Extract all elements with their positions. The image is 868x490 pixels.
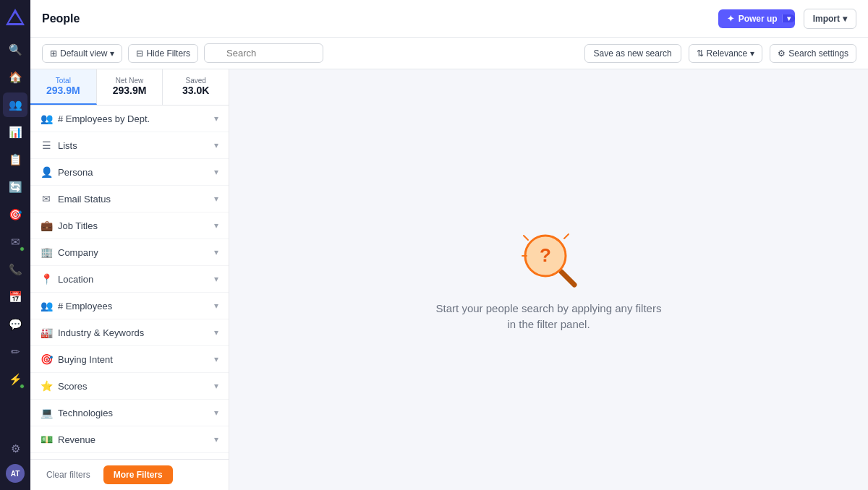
job-titles-icon: 💼 — [41, 220, 52, 231]
nav-people[interactable]: 👥 — [3, 93, 27, 117]
filter-industry-keywords-label: Industry & Keywords — [58, 327, 144, 338]
nav-settings[interactable]: ⚙ — [3, 437, 27, 461]
revenue-icon: 💵 — [41, 434, 52, 445]
nav-calendar[interactable]: 📅 — [3, 285, 27, 309]
hide-filters-button[interactable]: ⊟ Hide Filters — [128, 44, 198, 63]
nav-lists[interactable]: 📋 — [3, 147, 27, 172]
toolbar-right: Save as new search ⇅ Relevance ▾ ⚙ Searc… — [584, 44, 856, 63]
job-titles-chevron-icon: ▾ — [214, 220, 218, 231]
filter-location[interactable]: 📍 Location ▾ — [30, 266, 229, 293]
filter-revenue-label: Revenue — [58, 434, 95, 445]
revenue-chevron-icon: ▾ — [214, 434, 218, 444]
filter-lists[interactable]: ☰ Lists ▾ — [30, 132, 229, 159]
filter-scores-label: Scores — [58, 381, 87, 392]
stat-saved-label: Saved — [171, 77, 220, 85]
default-view-button[interactable]: ⊞ Default view ▾ — [42, 44, 122, 63]
settings-icon: ⚙ — [778, 48, 786, 59]
nav-home[interactable]: 🏠 — [3, 65, 27, 90]
stat-net-new[interactable]: Net New 293.9M — [97, 69, 163, 105]
lists-chevron-icon: ▾ — [214, 140, 218, 150]
filter-job-titles[interactable]: 💼 Job Titles ▾ — [30, 212, 229, 239]
stat-total-label: Total — [39, 77, 88, 85]
user-avatar[interactable]: AT — [6, 464, 25, 483]
search-settings-label: Search settings — [788, 48, 848, 59]
nav-targeting[interactable]: 🎯 — [3, 202, 27, 227]
filter-company[interactable]: 🏢 Company ▾ — [30, 239, 229, 266]
power-up-icon: ✦ — [727, 14, 734, 24]
clear-filters-button[interactable]: Clear filters — [39, 466, 98, 483]
page-title: People — [42, 12, 80, 25]
industry-icon: 🏭 — [41, 327, 52, 338]
filter-revenue[interactable]: 💵 Revenue ▾ — [30, 426, 229, 453]
employees-chevron-icon: ▾ — [214, 301, 218, 311]
nav-integrations[interactable]: 🔄 — [3, 175, 27, 199]
filter-employees-dept[interactable]: 👥 # Employees by Dept. ▾ — [30, 106, 229, 132]
toolbar: ⊞ Default view ▾ ⊟ Hide Filters 🔍 Save a… — [30, 38, 868, 69]
employees-dept-icon: 👥 — [41, 113, 52, 124]
relevance-button[interactable]: ⇅ Relevance ▾ — [689, 44, 763, 63]
sort-icon: ⇅ — [697, 48, 704, 59]
filter-job-titles-label: Job Titles — [58, 220, 98, 231]
nav-tasks[interactable]: ✏ — [3, 340, 27, 364]
import-label: Import — [813, 14, 840, 24]
nav-sequences[interactable]: ⚡ — [3, 367, 27, 392]
filter-buying-intent-label: Buying Intent — [58, 354, 113, 365]
filter-company-label: Company — [58, 247, 98, 258]
filter-scores[interactable]: ⭐ Scores ▾ — [30, 373, 229, 400]
svg-line-5 — [524, 236, 528, 240]
filter-employees-dept-label: # Employees by Dept. — [58, 113, 150, 124]
more-filters-button[interactable]: More Filters — [103, 465, 173, 484]
buying-intent-icon: 🎯 — [41, 353, 52, 365]
technologies-chevron-icon: ▾ — [214, 408, 218, 418]
empty-state: ? Start your people search by applying a… — [433, 227, 665, 333]
filter-employees[interactable]: 👥 # Employees ▾ — [30, 293, 229, 319]
nav-messages[interactable]: 💬 — [3, 312, 27, 337]
power-up-chevron-icon[interactable]: ▾ — [782, 14, 795, 22]
filter-persona[interactable]: 👤 Persona ▾ — [30, 159, 229, 186]
filter-technologies-label: Technologies — [58, 408, 113, 418]
relevance-chevron-icon: ▾ — [750, 48, 754, 59]
nav-search[interactable]: 🔍 — [3, 38, 27, 62]
save-search-button[interactable]: Save as new search — [584, 44, 681, 63]
empty-state-text: Start your people search by applying any… — [433, 301, 665, 333]
empty-state-illustration: ? — [516, 227, 582, 292]
power-up-button[interactable]: ✦ Power up ▾ — [718, 9, 795, 28]
email-status-chevron-icon: ▾ — [214, 194, 218, 204]
search-input[interactable] — [204, 43, 323, 63]
search-wrapper: 🔍 — [204, 43, 323, 63]
search-settings-button[interactable]: ⚙ Search settings — [770, 44, 856, 63]
location-chevron-icon: ▾ — [214, 274, 218, 284]
hide-filters-label: Hide Filters — [146, 48, 190, 59]
default-view-chevron-icon: ▾ — [110, 48, 114, 59]
scores-icon: ⭐ — [41, 380, 52, 392]
stat-net-new-label: Net New — [106, 77, 154, 85]
stats-bar: Total 293.9M Net New 293.9M Saved 33.0K — [30, 69, 229, 106]
filter-list: 👥 # Employees by Dept. ▾ ☰ Lists ▾ 👤 — [30, 106, 229, 459]
stat-total[interactable]: Total 293.9M — [30, 69, 97, 105]
clear-filters-label: Clear filters — [46, 470, 90, 480]
employees-icon: 👥 — [41, 300, 52, 311]
filter-panel: Total 293.9M Net New 293.9M Saved 33.0K … — [30, 69, 229, 490]
filter-industry-keywords[interactable]: 🏭 Industry & Keywords ▾ — [30, 319, 229, 346]
import-chevron-icon: ▾ — [843, 14, 847, 24]
import-button[interactable]: Import ▾ — [804, 9, 856, 29]
filter-location-label: Location — [58, 274, 93, 285]
toolbar-left: ⊞ Default view ▾ ⊟ Hide Filters 🔍 — [42, 43, 323, 63]
nav-email[interactable]: ✉ — [3, 230, 27, 254]
email-status-icon: ✉ — [41, 193, 52, 205]
filter-icon: ⊟ — [136, 48, 143, 59]
filter-email-status[interactable]: ✉ Email Status ▾ — [30, 186, 229, 212]
nav-analytics[interactable]: 📊 — [3, 120, 27, 145]
industry-chevron-icon: ▾ — [214, 327, 218, 338]
content-area: Total 293.9M Net New 293.9M Saved 33.0K … — [30, 69, 868, 490]
logo[interactable] — [4, 7, 26, 29]
technologies-icon: 💻 — [41, 407, 52, 418]
nav-calls[interactable]: 📞 — [3, 257, 27, 282]
filter-email-status-label: Email Status — [58, 194, 111, 205]
stat-saved[interactable]: Saved 33.0K — [163, 69, 229, 105]
save-search-label: Save as new search — [594, 48, 672, 59]
stat-net-new-value: 293.9M — [106, 85, 154, 96]
location-icon: 📍 — [41, 273, 52, 285]
filter-buying-intent[interactable]: 🎯 Buying Intent ▾ — [30, 346, 229, 373]
filter-technologies[interactable]: 💻 Technologies ▾ — [30, 400, 229, 426]
